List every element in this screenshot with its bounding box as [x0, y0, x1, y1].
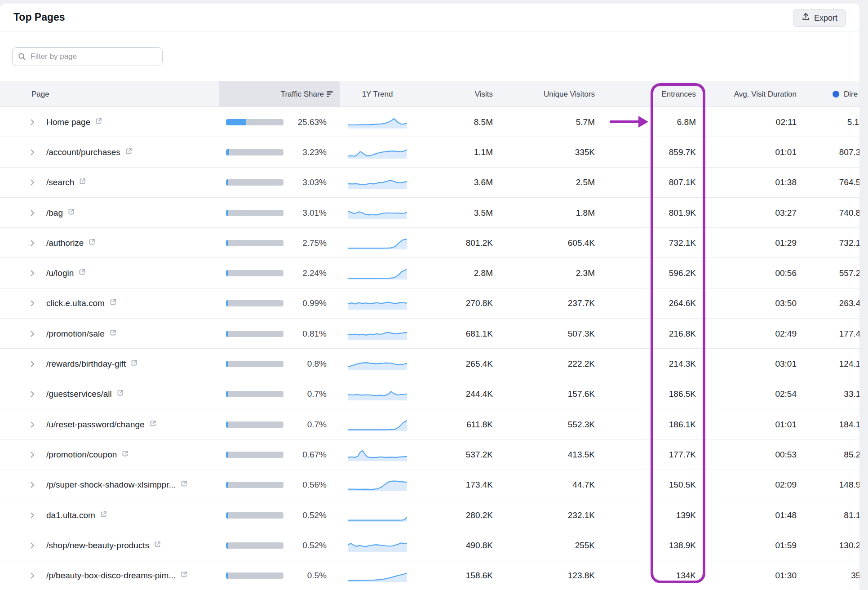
table-row[interactable]: /u/reset-password/change 0.7% 611.8K 552…	[0, 409, 859, 439]
page-name[interactable]: /promotion/coupon	[46, 450, 117, 460]
page-name[interactable]: Home page	[46, 117, 90, 127]
table-row[interactable]: da1.ulta.com 0.52% 280.2K 232.1K 139K 01…	[0, 500, 859, 530]
table-row[interactable]: /bag 3.01% 3.5M 1.8M 801.9K 03:27 740.8K	[0, 198, 859, 228]
page-name[interactable]: /rewards/birthday-gift	[46, 359, 126, 369]
table-row[interactable]: /shop/new-beauty-products 0.52% 490.8K 2…	[0, 530, 859, 560]
page-name[interactable]: /u/login	[46, 268, 74, 278]
table-row[interactable]: /account/purchases 3.23% 1.1M 335K 859.7…	[0, 137, 859, 167]
expand-chevron-icon[interactable]	[31, 228, 40, 258]
table-row[interactable]: /search 3.03% 3.6M 2.5M 807.1K 01:38 764…	[0, 168, 859, 198]
page-link[interactable]: /p/super-shock-shadow-xlsimppr...	[46, 470, 188, 500]
external-link-icon[interactable]	[130, 359, 138, 369]
external-link-icon[interactable]	[109, 329, 117, 339]
table-row[interactable]: /u/login 2.24% 2.8M 2.3M 596.2K 00:56 55…	[0, 258, 859, 288]
external-link-icon[interactable]	[109, 298, 117, 308]
table-row[interactable]: /rewards/birthday-gift 0.8% 265.4K 222.2…	[0, 349, 859, 379]
external-link-icon[interactable]	[121, 450, 129, 460]
page-name[interactable]: /bag	[46, 208, 63, 218]
table-row[interactable]: Home page 25.63% 8.5M 5.7M 6.8M 02:11 5.…	[0, 107, 859, 137]
page-name[interactable]: /account/purchases	[46, 147, 120, 157]
page-link[interactable]: click.e.ulta.com	[46, 288, 117, 319]
table-row[interactable]: click.e.ulta.com 0.99% 270.8K 237.7K 264…	[0, 288, 859, 319]
column-header-avg-visit-duration[interactable]: Avg. Visit Duration	[716, 81, 797, 107]
external-link-icon[interactable]	[149, 420, 157, 430]
expand-chevron-icon[interactable]	[31, 168, 40, 198]
filter-input[interactable]	[12, 47, 163, 66]
page-link[interactable]: /p/beauty-box-disco-dreams-pim...	[46, 560, 188, 590]
expand-chevron-icon[interactable]	[31, 530, 40, 560]
expand-chevron-icon[interactable]	[31, 258, 40, 288]
external-link-icon[interactable]	[180, 571, 188, 581]
page-name[interactable]: /authorize	[46, 238, 84, 248]
page-name[interactable]: /guestservices/all	[46, 389, 112, 399]
column-header-traffic-share[interactable]: Traffic Share	[234, 81, 324, 107]
table-row[interactable]: /p/beauty-box-disco-dreams-pim... 0.5% 1…	[0, 560, 859, 590]
traffic-share-bar-fill	[226, 391, 228, 397]
expand-chevron-icon[interactable]	[31, 439, 40, 470]
page-link[interactable]: da1.ulta.com	[46, 500, 107, 530]
external-link-icon[interactable]	[154, 541, 161, 550]
external-link-icon[interactable]	[95, 117, 102, 127]
page-name[interactable]: /u/reset-password/change	[46, 420, 145, 430]
page-link[interactable]: /u/reset-password/change	[46, 409, 157, 439]
page-link[interactable]: /guestservices/all	[46, 379, 124, 409]
external-link-icon[interactable]	[78, 268, 86, 278]
page-link[interactable]: /promotion/sale	[46, 319, 117, 349]
external-link-icon[interactable]	[67, 208, 75, 218]
column-header-1y-trend[interactable]: 1Y Trend	[348, 81, 407, 107]
expand-chevron-icon[interactable]	[31, 560, 40, 590]
external-link-icon[interactable]	[116, 389, 124, 399]
expand-chevron-icon[interactable]	[31, 379, 40, 409]
direct-value: 184.1K	[781, 409, 859, 439]
page-link[interactable]: /authorize	[46, 228, 96, 258]
column-header-entrances[interactable]: Entrances	[629, 81, 696, 107]
page-name[interactable]: da1.ulta.com	[46, 510, 95, 520]
table-row[interactable]: /promotion/sale 0.81% 681.1K 507.3K 216.…	[0, 319, 859, 349]
external-link-icon[interactable]	[79, 177, 86, 187]
page-name[interactable]: /shop/new-beauty-products	[46, 541, 149, 550]
expand-chevron-icon[interactable]	[31, 319, 40, 349]
expand-chevron-icon[interactable]	[31, 470, 40, 500]
expand-chevron-icon[interactable]	[31, 500, 40, 530]
page-name[interactable]: /p/beauty-box-disco-dreams-pim...	[46, 571, 176, 581]
traffic-share-value: 0.52%	[277, 500, 327, 530]
page-link[interactable]: /promotion/coupon	[46, 439, 129, 470]
expand-chevron-icon[interactable]	[31, 409, 40, 439]
external-link-icon[interactable]	[180, 480, 188, 490]
page-name[interactable]: /promotion/sale	[46, 329, 105, 339]
visits-value: 1.1M	[425, 137, 493, 167]
page-link[interactable]: /shop/new-beauty-products	[46, 530, 161, 560]
column-header-visits[interactable]: Visits	[425, 81, 493, 107]
traffic-share-bar-track	[226, 300, 283, 306]
column-header-page[interactable]: Page	[31, 81, 49, 107]
direct-value: 148.9K	[781, 470, 859, 500]
page-name[interactable]: /p/super-shock-shadow-xlsimppr...	[46, 480, 176, 490]
expand-chevron-icon[interactable]	[31, 349, 40, 379]
expand-chevron-icon[interactable]	[31, 288, 40, 319]
page-link[interactable]: /u/login	[46, 258, 86, 288]
expand-chevron-icon[interactable]	[31, 137, 40, 167]
column-header-direct[interactable]: Dire	[833, 81, 859, 107]
expand-chevron-icon[interactable]	[31, 107, 40, 137]
external-link-icon[interactable]	[125, 147, 133, 157]
page-name[interactable]: /search	[46, 177, 74, 187]
unique-visitors-value: 413.5K	[505, 439, 595, 470]
table-row[interactable]: /p/super-shock-shadow-xlsimppr... 0.56% …	[0, 470, 859, 500]
sort-descending-icon[interactable]	[327, 91, 333, 97]
external-link-icon[interactable]	[88, 238, 96, 248]
page-link[interactable]: /account/purchases	[46, 137, 133, 167]
table-row[interactable]: /promotion/coupon 0.67% 537.2K 413.5K 17…	[0, 439, 859, 470]
export-button[interactable]: Export	[793, 9, 846, 27]
expand-chevron-icon[interactable]	[31, 198, 40, 228]
page-link[interactable]: /search	[46, 168, 86, 198]
table-row[interactable]: /guestservices/all 0.7% 244.4K 157.6K 18…	[0, 379, 859, 409]
page-link[interactable]: /rewards/birthday-gift	[46, 349, 138, 379]
page-link[interactable]: /bag	[46, 198, 75, 228]
column-header-unique-visitors[interactable]: Unique Visitors	[505, 81, 595, 107]
page-link[interactable]: Home page	[46, 107, 102, 137]
export-button-label: Export	[814, 13, 837, 23]
table-row[interactable]: /authorize 2.75% 801.2K 605.4K 732.1K 01…	[0, 228, 859, 258]
traffic-share-bar-track	[226, 542, 283, 549]
external-link-icon[interactable]	[100, 510, 107, 520]
page-name[interactable]: click.e.ulta.com	[46, 298, 105, 308]
